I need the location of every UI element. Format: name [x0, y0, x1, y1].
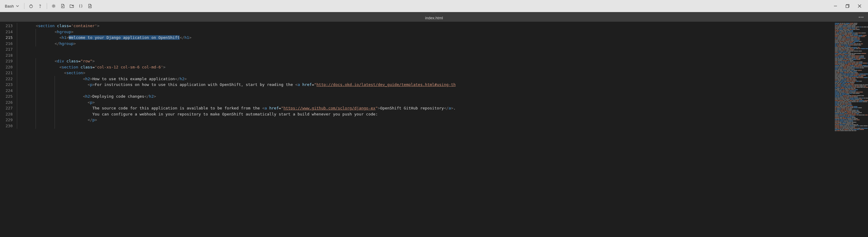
chevron-down-icon	[16, 4, 19, 8]
svg-point-9	[859, 17, 860, 18]
line-number: 220	[0, 64, 13, 70]
code-line[interactable]: <section class='col-xs-12 col-sm-6 col-m…	[17, 64, 832, 70]
code-line[interactable]: The source code for this application is …	[17, 105, 832, 111]
line-number-gutter: 2132142152162172182192202212222232242252…	[0, 22, 17, 237]
line-number: 221	[0, 70, 13, 76]
line-number: 228	[0, 111, 13, 117]
code-line[interactable]	[17, 53, 832, 59]
line-number: 223	[0, 82, 13, 88]
shell-selector[interactable]: Bash	[2, 3, 22, 10]
line-number: 226	[0, 99, 13, 106]
svg-point-11	[863, 17, 864, 18]
line-number: 219	[0, 58, 13, 64]
code-line[interactable]: <h2>Deploying code changes</h2>	[17, 93, 832, 99]
titlebar: Bash	[0, 0, 868, 12]
line-number: 214	[0, 29, 13, 35]
code-area[interactable]: <section class='container'> <hgroup> <h1…	[17, 22, 832, 237]
code-line[interactable]: You can configure a webhook in your repo…	[17, 111, 832, 117]
help-button[interactable]	[36, 2, 44, 10]
line-number: 225	[0, 93, 13, 99]
titlebar-left: Bash	[2, 2, 94, 10]
code-line[interactable]: <hgroup>	[17, 29, 832, 35]
code-line[interactable]	[17, 47, 832, 53]
svg-rect-6	[846, 5, 849, 8]
gear-button[interactable]	[50, 2, 58, 10]
line-number: 213	[0, 23, 13, 29]
svg-point-10	[861, 17, 862, 18]
minimize-button[interactable]	[830, 2, 841, 10]
minimap[interactable]: █████████████ ████ █████ ████ ██████████…	[832, 22, 868, 237]
power-button[interactable]	[27, 2, 35, 10]
code-line[interactable]: <div class="row">	[17, 58, 832, 64]
code-line[interactable]: <section class='container'>	[17, 23, 832, 29]
code-line[interactable]: <p>	[17, 99, 832, 106]
line-number: 224	[0, 88, 13, 94]
maximize-button[interactable]	[841, 2, 854, 10]
new-folder-button[interactable]	[67, 2, 76, 10]
tab-bar: index.html	[0, 14, 868, 22]
tab-filename[interactable]: index.html	[425, 16, 443, 20]
window-controls	[830, 2, 866, 10]
code-line[interactable]: <section>	[17, 70, 832, 76]
new-file-button[interactable]	[59, 2, 67, 10]
close-button[interactable]	[854, 2, 866, 10]
line-number: 217	[0, 47, 13, 53]
code-line[interactable]	[17, 123, 832, 129]
divider	[47, 3, 47, 9]
line-number: 218	[0, 53, 13, 59]
svg-point-2	[40, 7, 40, 7]
editor: 2132142152162172182192202212222232242252…	[0, 22, 868, 237]
code-line[interactable]: <h1>Welcome to your Django application o…	[17, 35, 832, 41]
line-number: 215	[0, 35, 13, 41]
line-number: 216	[0, 41, 13, 47]
code-line[interactable]: <h2>How to use this example application<…	[17, 76, 832, 82]
open-file-button[interactable]	[86, 2, 94, 10]
braces-button[interactable]	[76, 2, 85, 10]
code-line[interactable]: </hgroup>	[17, 41, 832, 47]
line-number: 227	[0, 105, 13, 111]
code-line[interactable]: <p>For instructions on how to use this a…	[17, 82, 832, 88]
shell-selector-label: Bash	[5, 4, 14, 8]
svg-point-3	[53, 5, 54, 7]
line-number: 230	[0, 123, 13, 129]
line-number: 229	[0, 117, 13, 123]
code-line[interactable]: </p>	[17, 117, 832, 123]
line-number: 222	[0, 76, 13, 82]
code-line[interactable]	[17, 88, 832, 94]
tab-more-button[interactable]	[857, 14, 866, 21]
